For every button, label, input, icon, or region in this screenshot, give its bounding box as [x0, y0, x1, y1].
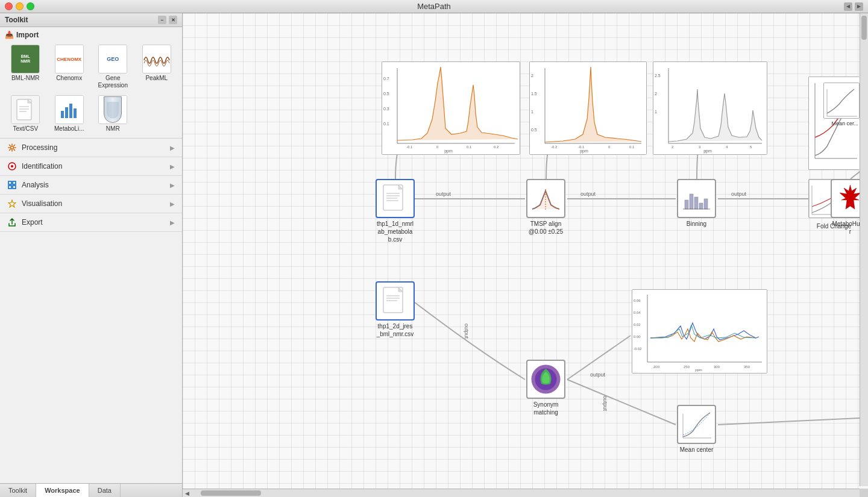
import-bml-nmr[interactable]: BMLNMR BML-NMR [5, 43, 46, 91]
svg-text:0.3: 0.3 [383, 107, 389, 111]
svg-text:0.1: 0.1 [467, 145, 472, 149]
window-title: MetaPath [417, 2, 451, 11]
conn-label-7: output [602, 396, 608, 411]
sidebar-item-processing[interactable]: Processing ▶ [0, 139, 182, 157]
metaboli-icon [55, 95, 84, 124]
bml-nmr-icon: BMLNMR [11, 45, 40, 73]
svg-rect-12 [13, 181, 16, 184]
title-bar: MetaPath ◀ ▶ [0, 0, 868, 13]
svg-text:1: 1 [531, 110, 533, 114]
svg-text:0.5: 0.5 [383, 92, 389, 96]
scroll-vertical-thumb[interactable] [861, 16, 867, 40]
export-label: Export [22, 218, 43, 227]
scroll-horizontal-thumb[interactable] [201, 490, 261, 496]
node-thp1-1d[interactable]: thp1_1d_nmrlab_metabolab.csv [376, 179, 415, 243]
node-metabohunter-box[interactable] [831, 179, 860, 218]
tab-data[interactable]: Data [89, 484, 121, 497]
node-thp1-2d[interactable]: thp1_2d_jres_bml_nmr.csv [376, 281, 415, 338]
toolkit-title: Toolkit [5, 16, 28, 24]
import-text-csv[interactable]: Text/CSV [5, 93, 46, 134]
node-synonym-match-label: Synonymmatching [533, 401, 559, 416]
sidebar-item-visualisation[interactable]: Visualisation ▶ [0, 195, 182, 213]
svg-text:ppm: ppm [703, 149, 712, 154]
import-metaboli[interactable]: MetaboLi... [49, 93, 90, 134]
svg-text:1: 1 [655, 110, 657, 114]
window-controls[interactable] [5, 2, 34, 10]
chart-nmr-orange-mid[interactable]: 2 1.5 1 0.5 ppm -0.2 -0.1 0 0.1 [529, 61, 647, 155]
tab-toolkit[interactable]: Toolkit [0, 484, 36, 497]
bottom-tabs: Toolkit Workspace Data [0, 483, 182, 497]
conn-label-3: output [731, 191, 746, 197]
export-arrow: ▶ [170, 219, 175, 226]
svg-text:-0.02: -0.02 [634, 347, 642, 351]
node-tmsp-align-box[interactable] [526, 179, 565, 218]
sidebar-item-analysis[interactable]: Analysis ▶ [0, 176, 182, 195]
sidebar-item-export[interactable]: Export ▶ [0, 213, 182, 232]
import-peakml[interactable]: PeakML [136, 43, 178, 91]
conn-label-5: output [590, 372, 605, 378]
node-thp1-2d-box[interactable] [376, 281, 415, 320]
svg-marker-15 [8, 200, 16, 207]
mean-center-top-partial[interactable] [823, 83, 860, 119]
svg-text:0.1: 0.1 [383, 122, 389, 126]
import-grid: BMLNMR BML-NMR CHENOMX Chenomx [5, 43, 177, 134]
grid-icon [7, 180, 17, 190]
node-metabohunter[interactable]: MetaboHunter [831, 179, 860, 236]
tab-workspace[interactable]: Workspace [36, 484, 89, 497]
scroll-vertical[interactable] [860, 13, 868, 486]
node-tmsp-align[interactable]: TMSP align@0.00 ±0.25 [526, 179, 565, 236]
svg-text:2: 2 [531, 73, 533, 78]
toolkit-minimize-icon[interactable]: − [158, 16, 166, 24]
toolkit-close-icon[interactable]: ✕ [169, 16, 177, 24]
node-thp1-2d-label: thp1_2d_jres_bml_nmr.csv [377, 322, 414, 338]
nmr-icon [98, 95, 127, 124]
close-button[interactable] [5, 2, 13, 10]
sidebar-item-identification[interactable]: Identification ▶ [0, 157, 182, 176]
chart-nmr-gray-right[interactable]: 2.5 2 1 ppm 2 3 4 5 [653, 61, 767, 155]
maximize-button[interactable] [27, 2, 34, 10]
node-synonym-match[interactable]: Synonymmatching [526, 360, 565, 416]
scroll-left-arrow[interactable]: ◀ [183, 489, 192, 498]
svg-text:0.2: 0.2 [494, 145, 499, 149]
gear-icon [7, 143, 17, 152]
svg-text:-0.1: -0.1 [406, 145, 413, 149]
peakml-label: PeakML [145, 75, 168, 82]
toolkit-header-controls: − ✕ [158, 16, 177, 24]
processing-label: Processing [22, 143, 57, 152]
geo-icon: GEO [98, 45, 127, 73]
identification-label: Identification [22, 162, 62, 170]
node-mean-center-box[interactable] [677, 405, 716, 444]
import-nmr[interactable]: NMR [92, 93, 134, 134]
node-binning-box[interactable] [677, 179, 716, 218]
svg-text:300: 300 [714, 365, 720, 369]
node-thp1-1d-box[interactable] [376, 179, 415, 218]
node-mean-center-bottom[interactable]: Mean center [677, 405, 716, 454]
analysis-label: Analysis [22, 181, 49, 189]
window-ctrl-left[interactable]: ◀ [844, 2, 852, 11]
chart-nmr-colored[interactable]: 0.06 0.04 0.02 0.00 -0.02 ppm 200 250 30… [632, 289, 767, 374]
svg-text:250: 250 [684, 365, 690, 369]
conn-label-6: output [464, 324, 470, 339]
export-icon [7, 217, 17, 227]
window-ctrl-right[interactable]: ▶ [855, 2, 863, 11]
star-icon [7, 199, 17, 208]
canvas-area[interactable]: output output output output output outpu… [183, 13, 868, 497]
svg-rect-7 [74, 108, 77, 118]
toolkit-header: Toolkit − ✕ [0, 13, 182, 27]
scroll-horizontal[interactable]: ◀ [183, 489, 860, 497]
svg-text:0.06: 0.06 [634, 299, 641, 302]
chart-nmr-orange-left[interactable]: 0.7 0.5 0.3 0.1 ppm -0.1 0 0.1 0.2 [382, 61, 520, 155]
svg-text:0.5: 0.5 [531, 128, 537, 132]
svg-rect-4 [61, 111, 64, 118]
svg-text:-0.1: -0.1 [578, 145, 585, 149]
svg-text:0.7: 0.7 [383, 77, 389, 81]
node-binning[interactable]: Binning [677, 179, 716, 228]
svg-text:350: 350 [744, 365, 750, 369]
import-gene-expression[interactable]: GEO Gene Expression [92, 43, 134, 91]
toolkit-panel: Toolkit − ✕ 📥 Import BMLNMR [0, 13, 183, 497]
node-synonym-match-box[interactable] [526, 360, 565, 399]
import-chenomx[interactable]: CHENOMX Chenomx [49, 43, 90, 91]
conn-label-1: output [436, 191, 451, 197]
svg-rect-6 [69, 104, 72, 118]
minimize-button[interactable] [16, 2, 24, 10]
